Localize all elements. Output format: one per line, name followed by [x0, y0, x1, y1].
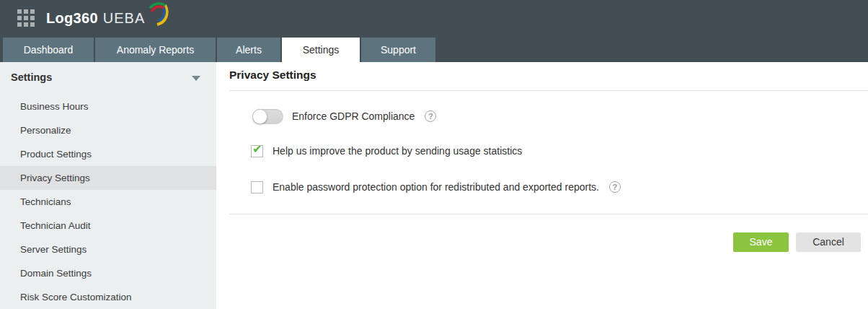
action-buttons: Save Cancel — [733, 232, 861, 252]
tab-label: Anomaly Reports — [117, 44, 194, 56]
log360-ueba-window: Log360 UEBA Dashboard Anomaly Reports Al… — [0, 0, 868, 309]
sidebar-item-server-settings[interactable]: Server Settings — [0, 238, 216, 261]
help-icon[interactable]: ? — [609, 181, 621, 193]
tab-alerts[interactable]: Alerts — [217, 38, 280, 62]
page-title: Privacy Settings — [229, 69, 316, 82]
toggle-knob — [252, 109, 267, 124]
log360-swirl-icon — [146, 1, 171, 26]
tab-label: Settings — [303, 44, 340, 56]
privacy-settings-panel: Privacy Settings Enforce GDPR Compliance… — [216, 62, 868, 309]
tab-label: Support — [381, 44, 416, 56]
sidebar-item-product-settings[interactable]: Product Settings — [0, 142, 216, 166]
title-divider — [229, 90, 868, 91]
usage-statistics-row: ✔ Help us improve the product by sending… — [251, 144, 522, 158]
help-icon[interactable]: ? — [425, 110, 436, 122]
tab-dashboard[interactable]: Dashboard — [3, 38, 94, 62]
app-header: Log360 UEBA — [0, 0, 868, 36]
main-nav: Dashboard Anomaly Reports Alerts Setting… — [0, 36, 868, 62]
suite-name: UEBA — [103, 10, 145, 27]
chevron-down-icon — [192, 76, 200, 81]
brand-logo: Log360 UEBA — [46, 10, 171, 27]
product-name: Log360 — [46, 10, 98, 27]
tab-settings[interactable]: Settings — [282, 38, 360, 62]
sidebar-item-business-hours[interactable]: Business Hours — [0, 95, 216, 118]
save-button[interactable]: Save — [733, 232, 789, 252]
cancel-button[interactable]: Cancel — [796, 232, 861, 252]
password-protection-label: Enable password protection option for re… — [273, 181, 599, 193]
gdpr-toggle-label: Enforce GDPR Compliance — [292, 110, 415, 122]
sidebar-section-title: Settings — [11, 71, 52, 83]
footer-divider — [229, 214, 868, 214]
settings-sidebar: Settings Business Hours Personalize Prod… — [0, 62, 216, 309]
password-protection-checkbox[interactable] — [251, 181, 263, 193]
gdpr-toggle[interactable] — [252, 109, 283, 124]
sidebar-item-personalize[interactable]: Personalize — [0, 118, 216, 142]
apps-grid-icon[interactable] — [17, 9, 35, 27]
password-protection-row: Enable password protection option for re… — [251, 180, 621, 194]
tab-support[interactable]: Support — [361, 38, 435, 62]
tab-label: Alerts — [236, 44, 262, 56]
tab-label: Dashboard — [24, 44, 74, 56]
sidebar-item-privacy-settings[interactable]: Privacy Settings — [0, 166, 216, 190]
sidebar-item-domain-settings[interactable]: Domain Settings — [0, 261, 216, 285]
checkmark-icon: ✔ — [252, 143, 262, 155]
usage-statistics-checkbox[interactable]: ✔ — [251, 145, 263, 157]
gdpr-compliance-row: Enforce GDPR Compliance ? — [252, 108, 436, 124]
sidebar-section-dropdown[interactable]: Settings — [0, 62, 216, 95]
sidebar-item-risk-score-customization[interactable]: Risk Score Customization — [0, 285, 216, 309]
sidebar-item-technician-audit[interactable]: Technician Audit — [0, 214, 216, 238]
usage-statistics-label: Help us improve the product by sending u… — [273, 145, 522, 157]
tab-anomaly-reports[interactable]: Anomaly Reports — [95, 38, 216, 62]
sidebar-item-technicians[interactable]: Technicians — [0, 190, 216, 214]
